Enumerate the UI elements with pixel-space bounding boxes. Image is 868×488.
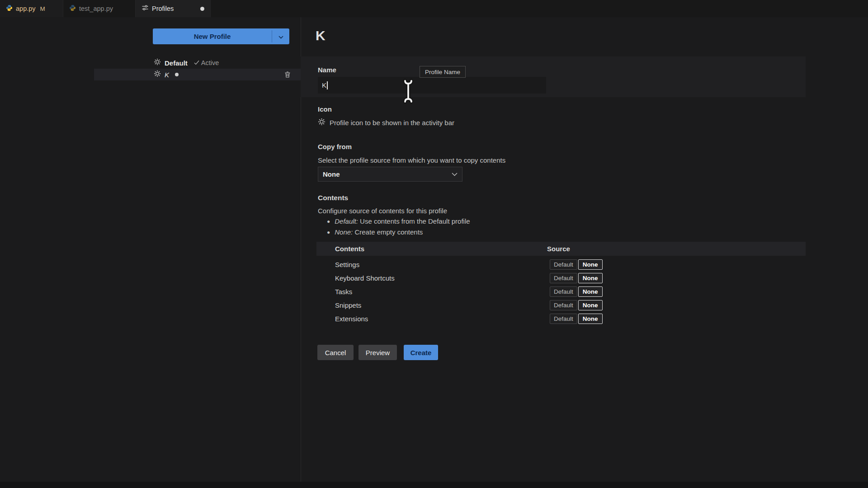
- tab-label: app.py: [16, 5, 36, 12]
- keyboard-shortcuts-source-none-button[interactable]: None: [578, 273, 603, 283]
- chevron-down-icon: [452, 173, 458, 176]
- trash-icon: [284, 71, 291, 78]
- profile-name-label: K: [165, 71, 169, 79]
- name-field-label: Name: [318, 66, 336, 74]
- settings-source-default-button[interactable]: Default: [550, 259, 577, 270]
- active-badge: Active: [201, 59, 219, 66]
- snippets-source-default-button[interactable]: Default: [550, 300, 577, 310]
- extensions-source-default-button[interactable]: Default: [550, 314, 577, 324]
- settings-source-none-button[interactable]: None: [578, 259, 603, 270]
- contents-table-header: Contents Source: [316, 242, 806, 256]
- gear-icon[interactable]: [318, 118, 326, 127]
- tab-test-app-py[interactable]: test_app.py: [63, 0, 136, 17]
- profile-list-item-k[interactable]: K: [94, 69, 301, 80]
- python-icon: [6, 5, 13, 13]
- delete-profile-button[interactable]: [284, 71, 291, 78]
- tab-app-py[interactable]: app.py M: [0, 0, 63, 17]
- page-title: K: [316, 28, 326, 43]
- tab-label: test_app.py: [79, 5, 113, 12]
- cancel-button[interactable]: Cancel: [317, 345, 354, 360]
- table-row-settings: Settings DefaultNone: [316, 258, 806, 271]
- editor-tab-bar: app.py M test_app.py Profiles: [0, 0, 868, 17]
- tasks-source-default-button[interactable]: Default: [550, 286, 577, 297]
- profile-list-item-default[interactable]: Default Active: [94, 57, 301, 69]
- check-icon: [194, 59, 199, 67]
- unsaved-dot-icon: [175, 73, 179, 76]
- contents-section-description: Configure source of contents for this pr…: [318, 207, 447, 215]
- copy-from-select[interactable]: None: [318, 167, 462, 182]
- git-modified-badge: M: [40, 5, 45, 12]
- gear-icon: [154, 58, 161, 67]
- form-action-bar: Cancel Preview Create: [317, 345, 438, 360]
- extensions-source-none-button[interactable]: None: [578, 314, 603, 324]
- python-icon: [69, 5, 76, 13]
- tab-profiles[interactable]: Profiles: [136, 0, 211, 17]
- copy-from-label: Copy from: [318, 143, 352, 150]
- table-row-snippets: Snippets DefaultNone: [316, 298, 806, 312]
- new-profile-dropdown-button[interactable]: [272, 28, 289, 44]
- table-row-extensions: Extensions DefaultNone: [316, 312, 806, 325]
- contents-table: Settings DefaultNone Keyboard Shortcuts …: [316, 258, 806, 325]
- gear-icon: [154, 70, 161, 79]
- copy-from-description: Select the profile source from which you…: [318, 156, 505, 164]
- icon-section-label: Icon: [318, 105, 332, 113]
- contents-bullet-none: ●None: Create empty contents: [327, 228, 423, 236]
- profile-name-tooltip: Profile Name: [420, 66, 466, 78]
- profile-name-value: K: [322, 81, 326, 89]
- unsaved-dot-icon: [200, 7, 204, 11]
- copy-from-selected-value: None: [323, 170, 340, 178]
- text-caret: [327, 81, 328, 89]
- tab-label: Profiles: [152, 5, 174, 12]
- contents-bullet-default: ●Default: Use contents from the Default …: [327, 217, 470, 225]
- create-button[interactable]: Create: [404, 345, 438, 360]
- vscode-window: app.py M test_app.py Profiles New Profil…: [0, 0, 868, 488]
- ibeam-cursor: [401, 79, 415, 106]
- profile-name-label: Default: [165, 59, 188, 67]
- new-profile-button[interactable]: New Profile: [153, 28, 289, 44]
- sliders-icon: [142, 4, 149, 13]
- snippets-source-none-button[interactable]: None: [578, 300, 603, 310]
- icon-section-description: Profile icon to be shown in the activity…: [330, 119, 454, 127]
- table-row-tasks: Tasks DefaultNone: [316, 285, 806, 298]
- chevron-down-icon: [278, 33, 283, 41]
- table-row-keyboard-shortcuts: Keyboard Shortcuts DefaultNone: [316, 271, 806, 285]
- column-header-source: Source: [547, 245, 570, 253]
- column-header-contents: Contents: [335, 245, 364, 253]
- window-bottom-edge: [0, 482, 868, 488]
- keyboard-shortcuts-source-default-button[interactable]: Default: [550, 273, 577, 283]
- contents-section-label: Contents: [318, 194, 348, 202]
- new-profile-label[interactable]: New Profile: [153, 28, 272, 44]
- preview-button[interactable]: Preview: [359, 345, 397, 360]
- tasks-source-none-button[interactable]: None: [578, 286, 603, 297]
- profile-name-input[interactable]: K: [318, 77, 546, 94]
